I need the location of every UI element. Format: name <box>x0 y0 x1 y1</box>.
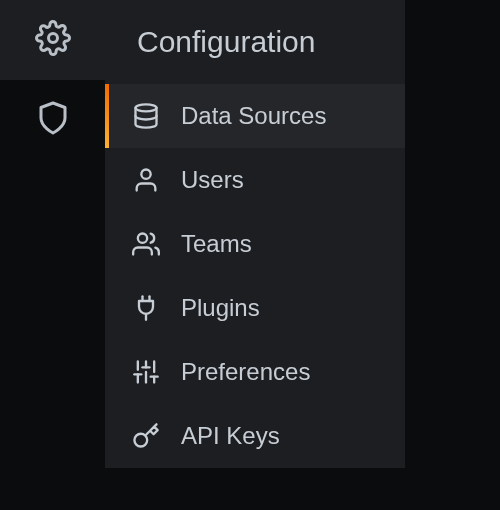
menu-item-label: Data Sources <box>181 102 326 130</box>
menu-item-label: Preferences <box>181 358 310 386</box>
svg-point-2 <box>141 170 150 179</box>
panel-title: Configuration <box>105 0 405 84</box>
menu-item-label: API Keys <box>181 422 280 450</box>
svg-point-1 <box>136 104 157 111</box>
config-panel: Configuration Data Sources Users <box>105 0 405 468</box>
svg-point-3 <box>138 234 147 243</box>
rail-item-configuration[interactable] <box>0 0 105 80</box>
users-icon <box>131 229 161 259</box>
plug-icon <box>131 293 161 323</box>
nav-rail <box>0 0 105 510</box>
menu-item-data-sources[interactable]: Data Sources <box>105 84 405 148</box>
menu-item-label: Plugins <box>181 294 260 322</box>
key-icon <box>131 421 161 451</box>
sliders-icon <box>131 357 161 387</box>
menu-item-label: Teams <box>181 230 252 258</box>
menu-item-users[interactable]: Users <box>105 148 405 212</box>
database-icon <box>131 101 161 131</box>
menu-item-preferences[interactable]: Preferences <box>105 340 405 404</box>
rail-item-admin[interactable] <box>0 80 105 160</box>
shield-icon <box>35 100 71 140</box>
menu-item-teams[interactable]: Teams <box>105 212 405 276</box>
menu-item-label: Users <box>181 166 244 194</box>
svg-point-0 <box>48 34 57 43</box>
user-icon <box>131 165 161 195</box>
menu-item-plugins[interactable]: Plugins <box>105 276 405 340</box>
gear-icon <box>35 20 71 60</box>
menu-item-api-keys[interactable]: API Keys <box>105 404 405 468</box>
